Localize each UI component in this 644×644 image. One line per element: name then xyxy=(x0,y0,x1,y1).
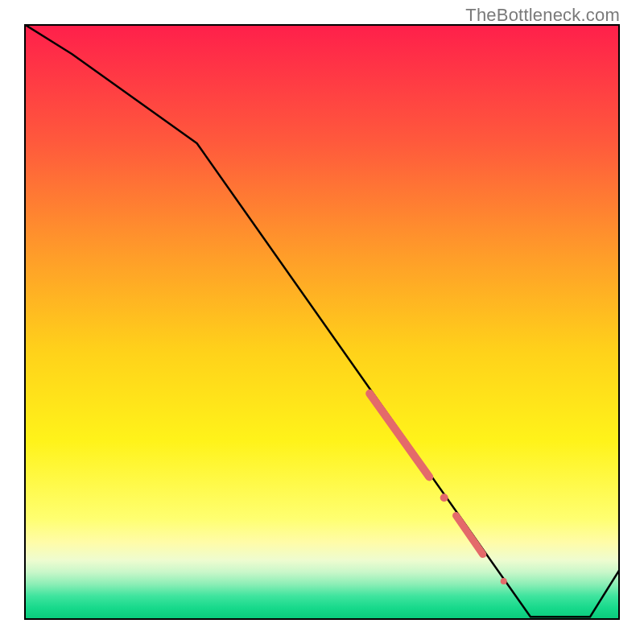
watermark-label: TheBottleneck.com xyxy=(465,5,620,26)
chart-container: TheBottleneck.com xyxy=(0,0,644,644)
chart-plot xyxy=(24,24,620,620)
svg-point-3 xyxy=(501,578,507,584)
svg-point-1 xyxy=(440,493,448,502)
